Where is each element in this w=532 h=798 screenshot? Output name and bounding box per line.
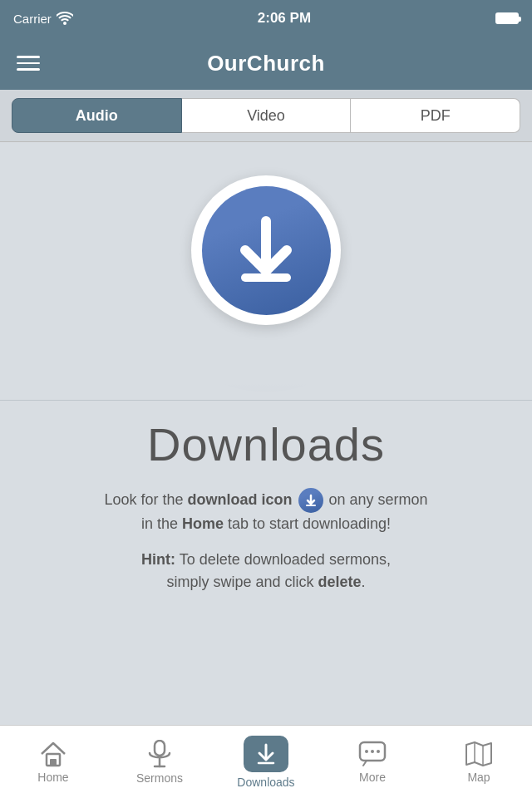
status-right <box>495 12 519 24</box>
tab-more-label: More <box>359 771 386 784</box>
menu-button[interactable] <box>17 56 40 71</box>
map-icon <box>465 741 493 767</box>
svg-rect-1 <box>50 759 57 766</box>
download-tab-icon <box>254 742 278 766</box>
tab-audio[interactable]: Audio <box>12 98 182 133</box>
carrier-label: Carrier <box>13 12 52 26</box>
tab-home-label: Home <box>37 771 68 784</box>
mic-icon <box>147 740 172 768</box>
svg-point-7 <box>371 750 374 753</box>
app-title: OurChurch <box>207 51 325 76</box>
chat-icon <box>358 741 387 767</box>
hint-text: Hint: To delete downloaded sermons,simpl… <box>141 549 391 594</box>
battery-icon <box>495 12 519 24</box>
desc-suffix2: tab to start downloading! <box>224 515 391 532</box>
hint-label: Hint: <box>141 551 175 568</box>
nav-bar: OurChurch <box>0 37 532 90</box>
tab-more[interactable]: More <box>319 726 426 798</box>
status-bar: Carrier 2:06 PM <box>0 0 532 37</box>
tab-pdf[interactable]: PDF <box>351 98 520 133</box>
tab-video[interactable]: Video <box>182 98 352 133</box>
svg-rect-2 <box>155 741 165 756</box>
tab-map[interactable]: Map <box>426 726 532 798</box>
download-circle <box>191 175 341 325</box>
svg-point-8 <box>377 750 380 753</box>
description-text: Look for the download icon on any sermon… <box>104 488 427 535</box>
hint-bold: delete <box>318 574 362 590</box>
text-area: Downloads Look for the download icon on … <box>0 401 532 594</box>
tab-downloads[interactable]: Downloads <box>213 726 319 798</box>
status-time: 2:06 PM <box>258 10 311 27</box>
bottom-tab-bar: Home Sermons Downloads M <box>0 725 532 798</box>
wifi-icon <box>57 12 73 25</box>
title-bold: Church <box>247 51 325 76</box>
status-left: Carrier <box>13 12 73 26</box>
page-title: Downloads <box>147 417 385 471</box>
desc-prefix: Look for the <box>104 491 187 508</box>
download-circle-inner <box>202 186 331 315</box>
content-tabs: Audio Video PDF <box>0 90 532 142</box>
desc-in-the: in the <box>141 515 182 532</box>
download-tab-icon-box <box>244 736 288 772</box>
tab-downloads-label: Downloads <box>237 776 294 789</box>
desc-bold1: download icon <box>187 491 292 508</box>
tab-home[interactable]: Home <box>0 726 106 798</box>
tab-sermons[interactable]: Sermons <box>106 726 213 798</box>
home-icon <box>39 741 67 767</box>
desc-bold2: Home <box>182 515 224 532</box>
small-dl-icon <box>298 488 323 513</box>
title-light: Our <box>207 51 247 76</box>
download-arrow-icon <box>229 213 303 288</box>
desc-suffix1: on any sermon <box>329 491 428 508</box>
tab-sermons-label: Sermons <box>136 771 183 785</box>
tab-map-label: Map <box>467 771 490 784</box>
main-content: Downloads Look for the download icon on … <box>0 142 532 725</box>
svg-point-6 <box>365 750 368 753</box>
hint-end: . <box>362 574 366 590</box>
download-icon-area <box>0 142 532 392</box>
